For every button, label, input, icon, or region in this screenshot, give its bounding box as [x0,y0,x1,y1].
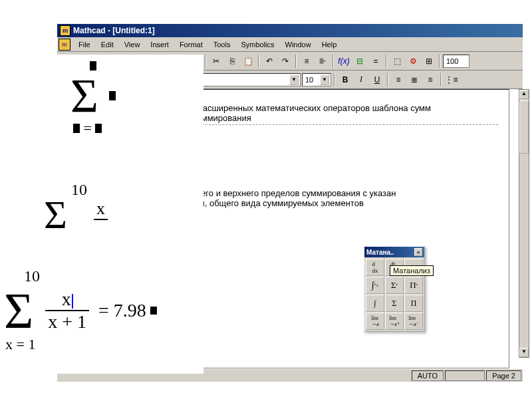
scroll-down-button[interactable]: ▼ [519,348,529,357]
sigma-icon: Σ [70,72,98,120]
redo-button[interactable]: ↷ [278,54,293,68]
menu-help[interactable]: Help [317,39,342,50]
derivative-button[interactable]: ddx [366,259,384,276]
sum-template: Σ = [70,61,116,137]
dropdown-arrow-icon[interactable]: ▼ [289,74,299,85]
palette-titlebar[interactable]: Матана.. × [364,247,424,257]
align-right-button[interactable]: ≡ [423,72,438,87]
undo-button[interactable]: ↶ [262,54,277,68]
scroll-thumb[interactable] [519,100,529,154]
function-button[interactable]: f(x) [336,54,351,68]
align2-button[interactable]: ⊪ [315,54,330,68]
math-figure: Σ = 10 Σ x 10 Σ [4,55,203,374]
separator [258,55,259,68]
placeholder [73,124,80,133]
sum-evaluated: 10 Σ x x + 1 = 7.98 x = 1 [4,267,157,353]
definite-sum-button[interactable]: Σⁿ [385,277,404,294]
limit-left-button[interactable]: lim→a⁻ [404,313,423,330]
window-titlebar: m Mathcad - [Untitled:1] [57,24,523,37]
separator [386,55,387,68]
doc-icon: m [59,39,70,51]
menu-view[interactable]: View [119,39,146,50]
fraction-denominator [96,220,106,233]
insert-button[interactable]: ⚙ [406,54,420,68]
sigma-icon: Σ [4,285,33,336]
placeholder [95,124,102,133]
zoom-combo[interactable]: 100 [443,55,469,68]
placeholder [150,307,157,315]
product-button[interactable]: Π [404,295,423,312]
doc-text-2: ижнего и верхнего пределов суммирования … [186,188,505,208]
fraction-denominator: x + 1 [45,311,89,332]
result: = 7.98 [98,300,146,321]
align-button[interactable]: ≡ [299,54,314,68]
size-combo[interactable]: 10 ▼ [302,73,331,86]
align-center-button[interactable]: ≣ [407,72,422,87]
window-title: Mathcad - [Untitled:1] [73,26,155,35]
menu-format[interactable]: Format [174,39,208,50]
equals-sign: = [84,120,96,136]
calc-button[interactable]: = [368,54,383,68]
palette-title: Матана.. [366,249,394,256]
cursor-icon [72,294,73,309]
separator [440,73,442,86]
cut-button[interactable]: ✂ [209,54,223,68]
bold-button[interactable]: B [338,72,352,87]
limit-right-button[interactable]: lim→a⁺ [385,313,404,330]
lower-limit: x = 1 [5,336,157,353]
menu-bar: m File Edit View Insert Format Tools Sym… [57,37,523,52]
fraction-numerator: x [94,199,108,219]
menu-insert[interactable]: Insert [145,39,174,50]
scroll-up-button[interactable]: ▲ [519,90,529,99]
separator [387,73,388,86]
paste-button[interactable]: 📋 [241,54,255,68]
menu-edit[interactable]: Edit [96,39,119,50]
separator [205,55,206,68]
app-icon: m [60,25,70,36]
italic-button[interactable]: I [354,72,368,87]
grid-button[interactable]: ⊞ [422,54,436,68]
align-left-button[interactable]: ≡ [391,72,406,87]
limit-button[interactable]: lim→a [366,313,384,330]
sum-button[interactable]: Σ [385,295,404,312]
bullets-button[interactable]: ⋮≡ [444,72,459,87]
integral-button[interactable]: ∫ [366,295,384,312]
doc-text-1: ли расширенных математических операторов… [186,103,505,125]
calculus-palette[interactable]: Матана.. × Матанализ ddx dⁿdxⁿ ∞ ∫ᵇₐ Σⁿ … [364,246,425,332]
sigma-icon: Σ [44,199,67,231]
fraction-numerator: x [59,289,76,310]
status-page: Page 2 [486,370,521,381]
vertical-scrollbar[interactable]: ▲ ▼ [519,89,529,358]
unit-button[interactable]: ⊟ [352,54,367,68]
copy-button[interactable]: ⎘ [225,54,239,68]
font-combo[interactable]: ial ▼ [188,73,301,86]
font-size: 10 [305,76,317,84]
separator [439,55,440,68]
palette-tooltip: Матанализ [390,265,434,276]
status-blank [445,370,485,381]
placeholder [109,91,116,100]
component-button[interactable]: ⬚ [390,54,404,68]
menu-window[interactable]: Window [280,39,317,50]
separator [295,55,297,68]
menu-tools[interactable]: Tools [208,39,236,50]
close-icon[interactable]: × [414,248,422,256]
zoom-value: 100 [446,57,458,65]
upper-limit: 10 [24,267,157,285]
separator [332,55,334,68]
definite-integral-button[interactable]: ∫ᵇₐ [366,277,384,294]
definite-product-button[interactable]: Πⁿ [404,277,423,294]
sum-partial: 10 Σ x [44,181,108,233]
separator [334,73,335,86]
status-auto: AUTO [412,370,444,381]
font-name: ial [191,76,287,84]
underline-button[interactable]: U [370,72,384,87]
menu-symbolics[interactable]: Symbolics [235,39,279,50]
menu-file[interactable]: File [73,39,96,50]
dropdown-arrow-icon[interactable]: ▼ [320,74,329,85]
